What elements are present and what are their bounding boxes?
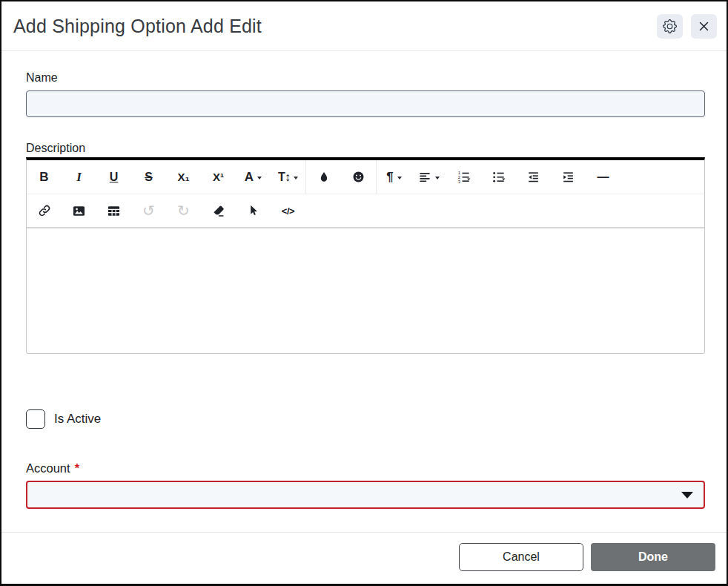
superscript-icon: X¹	[213, 171, 224, 182]
account-select[interactable]	[26, 481, 705, 509]
chevron-down-icon	[294, 177, 298, 180]
outdent-icon	[526, 170, 540, 184]
chevron-down-icon	[681, 492, 693, 498]
is-active-label: Is Active	[54, 412, 101, 427]
emoticons-icon	[351, 170, 365, 184]
ordered-list-button[interactable]: 123	[446, 160, 481, 194]
text-color-icon: A	[245, 171, 254, 183]
account-label: Account*	[26, 461, 705, 475]
bold-icon: B	[39, 171, 48, 183]
indent-icon	[561, 170, 575, 184]
unordered-list-icon	[492, 170, 506, 185]
chevron-down-icon	[257, 177, 262, 180]
is-active-row: Is Active	[26, 409, 705, 429]
code-view-icon: </>	[282, 206, 294, 216]
insert-image-icon	[72, 204, 86, 218]
dialog-footer: Cancel Done	[1, 532, 727, 584]
font-size-icon: T↕	[278, 171, 290, 183]
redo-button[interactable]: ↻	[166, 194, 201, 227]
header-actions	[657, 14, 717, 39]
italic-icon: I	[76, 171, 82, 183]
name-label: Name	[26, 71, 705, 85]
bold-button[interactable]: B	[27, 160, 62, 194]
dialog-header: Add Shipping Option Add Edit	[1, 1, 727, 51]
chevron-down-icon	[435, 177, 440, 180]
editor-toolbar-row1: B I U S X₁ X¹ A T↕ ¶	[27, 160, 704, 194]
indent-button[interactable]	[551, 160, 586, 194]
horizontal-line-icon: —	[598, 171, 609, 183]
insert-image-button[interactable]	[62, 194, 96, 227]
superscript-button[interactable]: X¹	[201, 160, 236, 194]
description-label: Description	[26, 142, 705, 155]
required-asterisk: *	[75, 461, 79, 475]
text-color-button[interactable]: A	[236, 160, 271, 194]
unordered-list-button[interactable]	[481, 160, 516, 194]
dialog-body: Name Description B I U S X₁ X¹ A T↕	[1, 51, 727, 532]
clear-formatting-icon	[211, 204, 225, 218]
add-shipping-option-dialog: Add Shipping Option Add Edit Name Descri…	[0, 0, 728, 586]
close-button[interactable]	[691, 14, 717, 39]
underline-button[interactable]: U	[96, 160, 131, 194]
editor-toolbar-row2: ↺ ↻ </>	[27, 194, 704, 227]
insert-link-button[interactable]	[27, 194, 62, 227]
description-editor-content[interactable]	[27, 227, 704, 353]
insert-table-button[interactable]	[96, 194, 131, 227]
underline-icon: U	[110, 171, 119, 183]
gear-icon	[663, 19, 677, 33]
font-size-button[interactable]: T↕	[271, 160, 305, 194]
code-view-button[interactable]: </>	[271, 194, 305, 227]
close-icon	[698, 20, 710, 33]
emoticons-button[interactable]	[341, 160, 376, 194]
align-icon	[418, 171, 431, 184]
subscript-icon: X₁	[177, 171, 189, 182]
dialog-title: Add Shipping Option Add Edit	[13, 16, 262, 37]
chevron-down-icon	[397, 177, 402, 180]
strikethrough-icon: S	[145, 171, 153, 183]
ordered-list-icon: 123	[457, 170, 471, 185]
align-button[interactable]	[411, 160, 446, 194]
tint-button[interactable]	[306, 160, 341, 194]
is-active-checkbox[interactable]	[26, 409, 45, 429]
tint-icon	[317, 171, 331, 184]
done-button[interactable]: Done	[591, 543, 715, 571]
settings-button[interactable]	[657, 14, 683, 39]
undo-button[interactable]: ↺	[131, 194, 166, 227]
insert-link-icon	[38, 204, 51, 217]
select-all-button[interactable]	[236, 194, 271, 227]
clear-formatting-button[interactable]	[201, 194, 236, 227]
redo-icon: ↻	[177, 203, 190, 218]
name-input[interactable]	[26, 90, 705, 117]
strikethrough-button[interactable]: S	[131, 160, 166, 194]
subscript-button[interactable]: X₁	[166, 160, 201, 194]
paragraph-format-button[interactable]: ¶	[377, 160, 411, 194]
insert-table-icon	[107, 204, 121, 218]
horizontal-line-button[interactable]: —	[586, 160, 621, 194]
select-all-icon	[247, 204, 260, 217]
outdent-button[interactable]	[516, 160, 551, 194]
svg-text:3: 3	[457, 179, 460, 183]
paragraph-format-icon: ¶	[386, 171, 393, 183]
undo-icon: ↺	[142, 203, 155, 218]
description-editor: B I U S X₁ X¹ A T↕ ¶	[26, 157, 705, 354]
cancel-button[interactable]: Cancel	[459, 543, 583, 571]
italic-button[interactable]: I	[62, 160, 96, 194]
